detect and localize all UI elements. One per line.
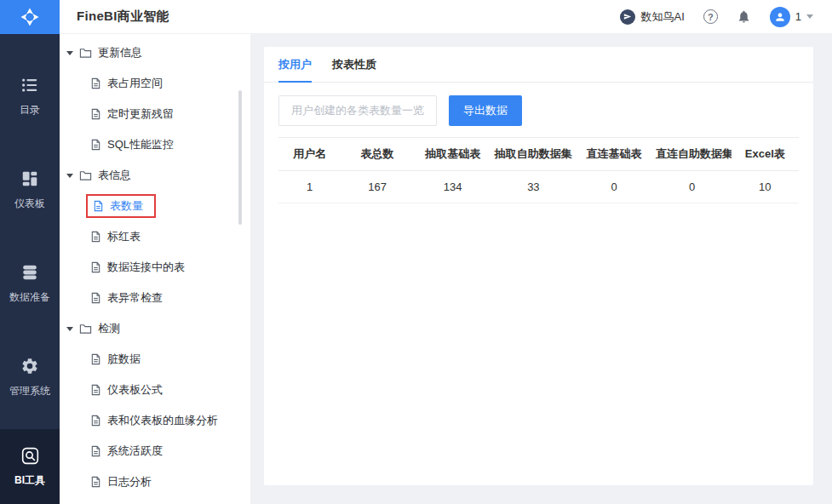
tree-scrollbar[interactable] (238, 90, 242, 225)
ai-assistant-label: 数知鸟AI (640, 9, 684, 25)
tree-item-sql-performance[interactable]: SQL性能监控 (60, 129, 250, 160)
notification-bell-icon[interactable] (737, 9, 751, 24)
ai-bird-icon (620, 9, 635, 25)
tree-item-dashboard-formulas[interactable]: 仪表板公式 (60, 375, 250, 405)
content-card: 按用户 按表性质 用户创建的各类表数量一览 导出数据 用户名 表总数 抽取基础表… (264, 47, 813, 485)
folder-icon (79, 169, 92, 181)
tree-item-label: 脏数据 (107, 352, 141, 367)
tree-group-update-info[interactable]: 更新信息 (60, 37, 250, 68)
tree-item-table-exception-check[interactable]: 表异常检查 (60, 283, 250, 313)
cell-excel: 10 (732, 171, 799, 203)
bi-tools-magnifier-icon (20, 446, 40, 466)
tree-item-label: SQL性能监控 (107, 137, 174, 152)
tree-group-label: 表信息 (98, 168, 131, 183)
sidebar-item-admin[interactable]: 管理系统 (0, 330, 60, 424)
sidebar-item-bi-tools[interactable]: BI工具 (0, 429, 60, 504)
sidebar-item-dashboard[interactable]: 仪表板 (0, 143, 60, 237)
tree-item-scheduled-update-residue[interactable]: 定时更新残留 (60, 99, 250, 129)
col-header-direct-base: 直连基础表 (575, 138, 653, 171)
sidebar-item-directory[interactable]: 目录 (0, 49, 60, 143)
sidebar-item-label: 数据准备 (9, 290, 50, 305)
ai-assistant-button[interactable]: 数知鸟AI (620, 9, 684, 25)
tree-group-detection[interactable]: 检测 (60, 313, 250, 344)
user-badge-count: 1 (795, 10, 801, 23)
tree-item-table-count[interactable]: 表数量 (60, 191, 250, 221)
tree-item-label: 系统活跃度 (107, 444, 163, 459)
help-icon[interactable]: ? (703, 9, 718, 24)
tree-group-label: 更新信息 (98, 45, 142, 60)
cell-username: 1 (278, 171, 341, 203)
gear-icon (20, 357, 39, 375)
tree-item-label: 定时更新残留 (107, 106, 174, 122)
user-table-counts-table: 用户名 表总数 抽取基础表 抽取自助数据集 直连基础表 直连自助数据集 Exce… (278, 137, 799, 203)
tree-item-table-space-usage[interactable]: 表占用空间 (60, 68, 250, 99)
folder-icon (79, 47, 92, 59)
tree-item-label: 数据连接中的表 (107, 260, 185, 275)
directory-list-icon (20, 76, 39, 94)
tree-item-label: 日志分析 (107, 474, 152, 490)
col-header-direct-selfservice: 直连自助数据集 (653, 138, 732, 171)
cell-extract-base: 134 (414, 171, 492, 203)
table-description: 用户创建的各类表数量一览 (278, 95, 437, 126)
main-content: 按用户 按表性质 用户创建的各类表数量一览 导出数据 用户名 表总数 抽取基础表… (251, 34, 832, 504)
tab-bar: 按用户 按表性质 (264, 47, 813, 83)
col-header-excel: Excel表 (732, 138, 799, 171)
tree-group-label: 检测 (98, 321, 120, 336)
cell-direct-selfservice: 0 (653, 171, 732, 203)
tree-item-system-activity[interactable]: 系统活跃度 (60, 436, 250, 467)
app-logo[interactable] (0, 0, 60, 34)
table-toolbar: 用户创建的各类表数量一览 导出数据 (264, 83, 813, 137)
document-icon (90, 353, 101, 365)
cell-direct-base: 0 (575, 171, 653, 203)
cell-total-tables: 167 (341, 171, 414, 203)
document-icon (90, 108, 101, 120)
tool-tree-panel: 更新信息 表占用空间 定时更新残留 SQL性能监控 表信息 表数量 标红表 数据… (60, 34, 251, 504)
sidebar-item-label: 目录 (20, 103, 40, 117)
folder-icon (79, 323, 92, 335)
table-header-row: 用户名 表总数 抽取基础表 抽取自助数据集 直连基础表 直连自助数据集 Exce… (278, 138, 799, 171)
tree-group-table-info[interactable]: 表信息 (60, 160, 250, 191)
caret-down-icon (66, 51, 73, 55)
sidebar-item-label: 仪表板 (14, 197, 45, 211)
database-icon (20, 263, 39, 282)
export-data-button[interactable]: 导出数据 (449, 95, 522, 126)
tree-item-label: 表数量 (110, 198, 143, 214)
tree-item-data-connection-tables[interactable]: 数据连接中的表 (60, 252, 250, 283)
user-avatar (770, 7, 790, 27)
chevron-down-icon (806, 14, 813, 19)
tab-by-table-type[interactable]: 按表性质 (332, 47, 376, 82)
tree-item-label: 表和仪表板的血缘分析 (107, 413, 218, 428)
document-icon (90, 476, 101, 488)
tab-by-user[interactable]: 按用户 (278, 47, 312, 82)
finebi-logo-icon (20, 8, 39, 26)
user-menu[interactable]: 1 (770, 7, 813, 27)
cell-extract-selfservice: 33 (491, 171, 575, 203)
top-header: FineBI商业智能 数知鸟AI ? 1 (60, 0, 832, 34)
tree-item-label: 表占用空间 (107, 76, 163, 91)
document-icon (90, 77, 101, 89)
col-header-extract-base: 抽取基础表 (414, 138, 492, 171)
caret-down-icon (66, 174, 73, 178)
sidebar-item-data-prep[interactable]: 数据准备 (0, 237, 60, 330)
tree-item-red-marked-tables[interactable]: 标红表 (60, 221, 250, 252)
col-header-extract-selfservice: 抽取自助数据集 (491, 138, 575, 171)
col-header-total-tables: 表总数 (341, 138, 414, 171)
tree-item-dirty-data[interactable]: 脏数据 (60, 344, 250, 375)
tree-item-lineage-analysis[interactable]: 表和仪表板的血缘分析 (60, 405, 250, 436)
document-icon (93, 200, 104, 212)
primary-sidenav: 目录 仪表板 数据准备 管理系统 (0, 34, 60, 504)
document-icon (90, 384, 101, 396)
app-title: FineBI商业智能 (77, 9, 169, 25)
document-icon (90, 292, 101, 304)
dashboard-grid-icon (20, 169, 39, 188)
selected-item-highlight: 表数量 (86, 194, 156, 218)
document-icon (90, 261, 101, 273)
document-icon (90, 231, 101, 243)
sidebar-item-label: BI工具 (14, 473, 45, 488)
caret-down-icon (66, 327, 73, 331)
tree-item-log-analysis[interactable]: 日志分析 (60, 467, 250, 497)
col-header-username: 用户名 (278, 138, 341, 171)
header-actions: 数知鸟AI ? 1 (620, 7, 813, 27)
help-glyph: ? (708, 12, 714, 22)
tree-item-label: 仪表板公式 (107, 382, 163, 398)
